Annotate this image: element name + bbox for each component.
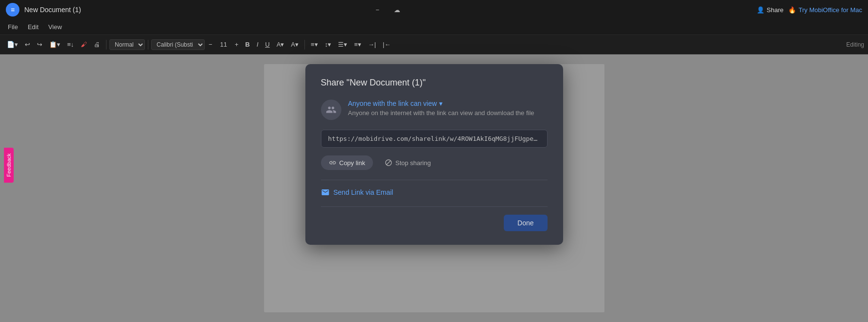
send-email-button[interactable]: Send Link via Email xyxy=(321,188,393,197)
feedback-tab[interactable]: Feedback xyxy=(4,148,14,183)
link-actions: Copy link Stop sharing xyxy=(321,155,548,170)
line-spacing-button[interactable]: ↕▾ xyxy=(322,39,335,50)
share-link-box[interactable]: https://mobidrive.com/sharelink/w/4ROW1A… xyxy=(321,130,548,148)
underline-button[interactable]: U xyxy=(262,39,272,50)
modal-footer: Done xyxy=(321,215,548,231)
divider-2 xyxy=(321,206,548,207)
minimize-button[interactable]: − xyxy=(371,4,384,16)
font-size-increase[interactable]: + xyxy=(232,39,242,50)
stop-sharing-button[interactable]: Stop sharing xyxy=(378,155,438,170)
try-mobioffice-button[interactable]: 🔥 Try MobiOffice for Mac xyxy=(788,6,862,14)
divider-1 xyxy=(321,180,548,180)
permission-description: Anyone on the internet with the link can… xyxy=(348,109,534,117)
copy-link-button[interactable]: Copy link xyxy=(321,155,373,170)
share-info: Anyone with the link can view ▾ Anyone o… xyxy=(348,100,534,117)
align-button[interactable]: ≡▾ xyxy=(308,39,321,50)
share-modal: Share "New Document (1)" Anyone with the… xyxy=(305,64,563,245)
menu-bar: File Edit View xyxy=(0,19,868,35)
cloud-button[interactable]: ☁ xyxy=(389,4,405,16)
ordered-list-button[interactable]: ≡▾ xyxy=(351,39,364,50)
clear-format-button[interactable]: 🖌 xyxy=(78,39,90,50)
modal-overlay: Share "New Document (1)" Anyone with the… xyxy=(0,54,868,322)
done-button[interactable]: Done xyxy=(504,215,547,231)
redo-button[interactable]: ↪ xyxy=(34,39,45,50)
menu-file[interactable]: File xyxy=(4,22,22,32)
link-icon xyxy=(329,159,337,167)
separator-2 xyxy=(148,40,148,50)
editing-label: Editing xyxy=(846,41,864,48)
font-family-select[interactable]: Calibri (Substi... xyxy=(151,39,205,50)
highlight-button[interactable]: A▾ xyxy=(274,39,287,50)
list-button[interactable]: ☰▾ xyxy=(335,39,350,50)
title-bar: ≡ New Document (1) − ☁ 👤 Share 🔥 Try Mob… xyxy=(0,0,868,19)
font-size-value: 11 xyxy=(216,41,231,48)
font-size-decrease[interactable]: − xyxy=(206,39,215,50)
person-icon: 👤 xyxy=(757,6,764,14)
format-button[interactable]: ≡↓ xyxy=(64,39,77,50)
undo-button[interactable]: ↩ xyxy=(22,39,33,50)
group-icon xyxy=(326,104,337,115)
chevron-down-icon: ▾ xyxy=(439,100,443,107)
paragraph-style-select[interactable]: Normal xyxy=(109,39,145,50)
fire-icon: 🔥 xyxy=(788,6,796,14)
separator-3 xyxy=(304,40,305,50)
indent-increase-button[interactable]: →| xyxy=(365,39,379,50)
toolbar: 📄▾ ↩ ↪ 📋▾ ≡↓ 🖌 🖨 Normal Calibri (Substi.… xyxy=(0,35,868,54)
share-avatar xyxy=(321,100,341,120)
stop-sharing-icon xyxy=(385,159,392,167)
indent-decrease-button[interactable]: |← xyxy=(380,39,393,50)
permission-label[interactable]: Anyone with the link can view ▾ xyxy=(348,100,534,107)
new-doc-button[interactable]: 📄▾ xyxy=(4,39,21,50)
app-icon: ≡ xyxy=(6,3,19,17)
menu-edit[interactable]: Edit xyxy=(24,22,42,32)
share-permission-row: Anyone with the link can view ▾ Anyone o… xyxy=(321,100,548,120)
font-color-button[interactable]: A▾ xyxy=(288,39,301,50)
modal-title: Share "New Document (1)" xyxy=(321,78,548,88)
share-button[interactable]: 👤 Share xyxy=(757,6,784,14)
email-icon xyxy=(321,188,330,197)
bold-button[interactable]: B xyxy=(242,39,252,50)
italic-button[interactable]: I xyxy=(254,39,262,50)
cloud-icon: ☁ xyxy=(394,6,400,14)
print-button[interactable]: 🖨 xyxy=(91,39,103,50)
menu-view[interactable]: View xyxy=(44,22,66,32)
separator-1 xyxy=(106,40,106,50)
document-title: New Document (1) xyxy=(24,6,366,14)
clipboard-button[interactable]: 📋▾ xyxy=(46,39,63,50)
